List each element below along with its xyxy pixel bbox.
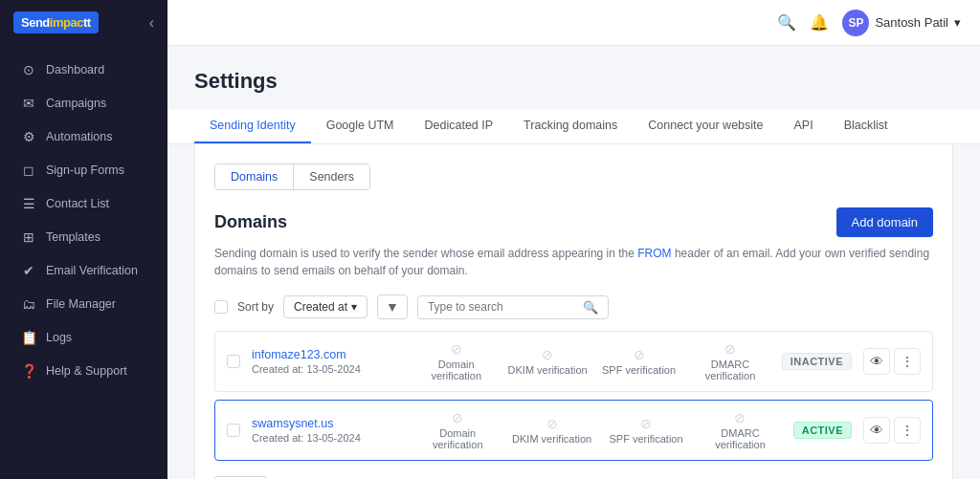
row-checkbox[interactable] (227, 424, 240, 437)
search-box: 🔍 (417, 295, 609, 319)
tabs-bar: Sending Identity Google UTM Dedicated IP… (167, 109, 980, 144)
help-support-icon: ❓ (21, 363, 36, 379)
sidebar-item-label: Dashboard (46, 63, 104, 76)
sidebar-item-templates[interactable]: ⊞ Templates (6, 221, 162, 253)
domain-verif-icon: ⊘ (452, 410, 463, 425)
add-domain-button[interactable]: Add domain (836, 207, 933, 237)
domain-verif-label: Domain verification (416, 427, 499, 450)
collapse-sidebar-button[interactable]: ‹ (149, 14, 154, 32)
view-button[interactable]: 👁 (863, 348, 890, 375)
domains-description: Sending domain is used to verify the sen… (214, 245, 933, 279)
domain-name[interactable]: infomaze123.com (252, 348, 405, 361)
contact-list-icon: ☰ (21, 196, 36, 211)
spf-verif-label: SPF verification (602, 364, 676, 376)
dashboard-icon: ⊙ (21, 62, 36, 77)
spf-verification-item: ⊘ SPF verification (599, 347, 679, 376)
dmarc-verif-icon: ⊘ (734, 410, 746, 425)
signup-forms-icon: ◻ (21, 163, 36, 178)
search-icon: 🔍 (583, 300, 598, 315)
sort-created-at-button[interactable]: Created at ▾ (283, 295, 368, 318)
spf-verif-label: SPF verification (610, 433, 683, 445)
more-options-button[interactable]: ⋮ (894, 348, 921, 375)
dmarc-verification-item: ⊘ DMARC verification (699, 410, 781, 450)
dkim-verif-icon: ⊘ (542, 347, 553, 362)
avatar: SP (842, 10, 869, 36)
dmarc-verif-icon: ⊘ (724, 341, 736, 357)
automations-icon: ⚙ (21, 129, 36, 144)
tab-connect-website[interactable]: Connect your website (633, 109, 778, 143)
sub-tabs: Domains Senders (214, 163, 370, 190)
table-row: infomaze123.com Created at: 13-05-2024 ⊘… (214, 331, 933, 392)
domain-verification-item: ⊘ Domain verification (416, 341, 496, 381)
search-input[interactable] (428, 300, 577, 314)
status-badge: ACTIVE (793, 422, 852, 439)
sort-by-label: Sort by (237, 300, 274, 314)
domain-name[interactable]: swamsysnet.us (252, 417, 405, 430)
sidebar-item-logs[interactable]: 📋 Logs (6, 321, 162, 354)
tab-blacklist[interactable]: Blacklist (829, 109, 903, 143)
sidebar-item-label: Email Verification (46, 264, 138, 277)
tab-content: Domains Senders Domains Add domain Sendi… (194, 144, 953, 479)
domain-verif-label: Domain verification (416, 359, 496, 381)
domain-info: swamsysnet.us Created at: 13-05-2024 (252, 417, 405, 444)
sidebar-item-campaigns[interactable]: ✉ Campaigns (6, 87, 162, 120)
avatar-initials: SP (848, 16, 863, 30)
row-checkbox[interactable] (227, 355, 240, 368)
sidebar-item-label: Campaigns (46, 97, 106, 110)
more-options-button[interactable]: ⋮ (894, 417, 921, 444)
select-all-checkbox[interactable] (214, 300, 228, 314)
dkim-verif-label: DKIM verification (508, 364, 588, 376)
sidebar-item-label: Automations (46, 130, 112, 143)
from-link: FROM (637, 247, 671, 260)
sidebar-item-contact-list[interactable]: ☰ Contact List (6, 187, 162, 220)
domain-created: Created at: 13-05-2024 (252, 432, 405, 444)
sidebar-item-automations[interactable]: ⚙ Automations (6, 120, 162, 153)
dkim-verif-label: DKIM verification (512, 433, 591, 445)
logs-icon: 📋 (21, 330, 36, 345)
tab-dedicated-ip[interactable]: Dedicated IP (410, 109, 509, 143)
filter-button[interactable]: ▼ (377, 294, 408, 319)
sidebar-item-label: Logs (46, 331, 72, 344)
spf-verif-icon: ⊘ (640, 416, 652, 431)
sidebar-logo-area: Sendimpactt ‹ (0, 0, 167, 45)
content-area: Settings Sending Identity Google UTM Ded… (167, 46, 980, 479)
user-menu[interactable]: SP Santosh Patil ▾ (842, 10, 961, 36)
sidebar-item-signup-forms[interactable]: ◻ Sign-up Forms (6, 154, 162, 186)
sidebar-item-label: Sign-up Forms (46, 163, 124, 177)
sidebar-item-file-manager[interactable]: 🗂 File Manager (6, 288, 162, 320)
sidebar-nav: ⊙ Dashboard ✉ Campaigns ⚙ Automations ◻ … (0, 45, 167, 479)
page-title: Settings (194, 69, 953, 94)
dkim-verification-item: ⊘ DKIM verification (507, 347, 587, 376)
dmarc-verif-label: DMARC verification (690, 359, 769, 381)
dmarc-verif-label: DMARC verification (699, 427, 781, 450)
templates-icon: ⊞ (21, 229, 36, 245)
sidebar-item-label: Help & Support (46, 364, 127, 378)
chevron-down-icon: ▾ (954, 15, 961, 30)
tab-sending-identity[interactable]: Sending Identity (194, 109, 311, 143)
sidebar-item-help-support[interactable]: ❓ Help & Support (6, 355, 162, 387)
domain-created: Created at: 13-05-2024 (252, 363, 405, 375)
dmarc-verification-item: ⊘ DMARC verification (690, 341, 769, 381)
notifications-icon[interactable]: 🔔 (810, 13, 829, 32)
tab-google-utm[interactable]: Google UTM (311, 109, 410, 143)
tab-api[interactable]: API (778, 109, 828, 143)
sidebar-item-dashboard[interactable]: ⊙ Dashboard (6, 54, 162, 86)
domains-title: Domains (214, 212, 287, 232)
table-row: swamsysnet.us Created at: 13-05-2024 ⊘ D… (214, 400, 933, 461)
sidebar-item-email-verification[interactable]: ✔ Email Verification (6, 254, 162, 287)
sub-tab-senders[interactable]: Senders (294, 164, 369, 189)
sub-tab-domains[interactable]: Domains (215, 164, 294, 189)
sidebar-item-label: Templates (46, 230, 100, 244)
status-badge: INACTIVE (782, 353, 852, 370)
spf-verif-icon: ⊘ (634, 347, 645, 362)
topbar: 🔍 🔔 SP Santosh Patil ▾ (167, 0, 980, 46)
dkim-verification-item: ⊘ DKIM verification (510, 416, 592, 445)
sort-field-label: Created at (294, 300, 347, 314)
view-button[interactable]: 👁 (863, 417, 890, 444)
tab-tracking-domains[interactable]: Tracking domains (508, 109, 633, 143)
domain-info: infomaze123.com Created at: 13-05-2024 (252, 348, 405, 375)
sidebar: Sendimpactt ‹ ⊙ Dashboard ✉ Campaigns ⚙ … (0, 0, 167, 479)
search-icon[interactable]: 🔍 (777, 13, 796, 32)
domains-header: Domains Add domain (214, 207, 933, 237)
email-verification-icon: ✔ (21, 263, 36, 278)
